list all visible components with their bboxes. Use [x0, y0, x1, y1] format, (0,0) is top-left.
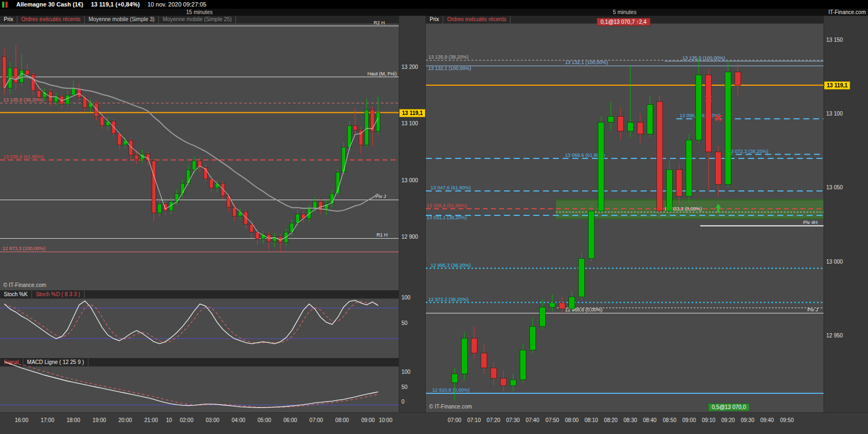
axis-tick: 13 200	[401, 64, 418, 70]
stochastic-panel[interactable]: Stoch %K Stoch %D ( 8 3 3 )	[0, 290, 399, 357]
time-tick: 07:40	[526, 417, 539, 423]
time-tick: 10:00	[379, 417, 392, 423]
axis-tick: 13 100	[826, 111, 843, 117]
time-tick: 04:00	[232, 417, 245, 423]
time-tick: 07:20	[487, 417, 500, 423]
time-tick: 16:00	[15, 417, 28, 423]
time-tick: 07:00	[309, 417, 323, 423]
axis-tick: 13 000	[826, 259, 843, 265]
last-price-tag-5m: 13 119,1	[824, 81, 850, 90]
time-tick: 17:00	[41, 417, 54, 423]
time-axis[interactable]: 16:0017:0018:0019:0020:0021:001002:0003:…	[0, 412, 868, 434]
level-label: R2 H	[374, 20, 385, 25]
level-label: 13 072,3 (38,20%)	[728, 149, 768, 154]
time-tick: 08:00	[335, 417, 349, 423]
level-label: Haut (M, Pré)	[367, 71, 397, 76]
time-tick: 20:00	[118, 417, 132, 423]
candles	[452, 57, 741, 400]
price-chart-15m[interactable]: Prix Ordres exécutés récents Moyenne mob…	[0, 16, 399, 283]
time-tick: 08:30	[623, 417, 637, 423]
level-label: 13 047,6 (61,80%)	[431, 185, 471, 190]
level-label: Piv J	[807, 307, 818, 312]
level-label: 12 995,3 (38,20%)	[431, 263, 471, 268]
level-label: 13 135,9 (38,20%)	[428, 54, 468, 60]
open-position-badge[interactable]: 0,1@13 070,7 ↑2,4	[597, 18, 650, 26]
time-tick: 08:20	[604, 417, 617, 423]
level-label: 12 972,2 (38,20%)	[428, 297, 468, 302]
candlestick-app-icon	[2, 2, 9, 8]
level-label: R1 H	[376, 232, 388, 238]
stochastic-canvas[interactable]	[0, 291, 399, 357]
level-label: Piv 4H	[803, 220, 818, 225]
time-tick: 07:00	[448, 417, 461, 423]
time-tick: 08:40	[643, 417, 656, 423]
level-label: 13 035,6 (61,80%)	[3, 154, 43, 159]
axis-tick: 100	[401, 369, 411, 375]
time-tick: 09:20	[722, 417, 735, 423]
time-tick: 07:10	[467, 417, 481, 423]
level-label: 12 910,8 (0,00%)	[432, 387, 470, 393]
price-chart-5m[interactable]: Prix Ordres exécutés récents 13 135,9 (3…	[426, 16, 824, 412]
pending-order-badge[interactable]: 0,5@13 070,0	[708, 403, 750, 411]
time-tick: 09:10	[702, 417, 716, 423]
candlestick-canvas-5m[interactable]: 13 135,9 (38,20%)13 132,1 (100,00%)13 13…	[426, 16, 824, 412]
timeframe-strip: 15 minutes 5 minutes IT-Finance.com	[0, 9, 868, 16]
instrument-name: Allemagne 30 Cash (1€)	[16, 1, 84, 8]
time-tick: 09:00	[361, 417, 375, 423]
brand-label: IT-Finance.com	[828, 9, 866, 15]
time-tick: 09:30	[741, 417, 754, 423]
axis-tick: 100	[401, 295, 411, 301]
time-tick: 19:00	[92, 417, 106, 423]
axis-tick: 13 050	[826, 184, 843, 190]
level-label: 13 031,1 (38,20%)	[426, 215, 467, 220]
time-tick: 21:00	[144, 417, 158, 423]
right-price-axis[interactable]: 13 15013 10013 05013 00012 950	[824, 9, 868, 412]
time-tick: 09:50	[780, 417, 794, 423]
time-tick: 07:50	[546, 417, 559, 423]
price-levels: R2 HHaut (M, Pré)13 135,9 (38,20%)13 035…	[0, 20, 399, 252]
time-tick: 06:00	[284, 417, 297, 423]
level-label: 13 132,1 (100,00%)	[428, 66, 471, 71]
macd-signal-line	[4, 362, 378, 407]
axis-tick: 13 100	[401, 120, 418, 126]
macd-line	[4, 362, 378, 408]
level-label: 13 135,3 (100,00%)	[682, 55, 725, 61]
time-tick: 09:40	[760, 417, 774, 423]
axis-tick: 13 150	[826, 37, 843, 43]
axis-tick: 12 900	[401, 234, 418, 240]
instrument-last-price: 13 119,1 (+0,84%)	[91, 1, 140, 8]
axis-tick: 12 950	[826, 333, 843, 339]
macd-canvas[interactable]	[0, 359, 399, 412]
right-copyright: © IT-Finance.com	[429, 404, 472, 410]
time-tick: 08:00	[565, 417, 578, 423]
axis-tick: 0	[401, 399, 405, 405]
right-timeframe-label: 5 minutes	[426, 9, 824, 15]
axis-tick: 50	[401, 320, 407, 326]
macd-panel[interactable]: Signal MACD Ligne ( 12 25 9 )	[0, 358, 399, 412]
time-tick: 03:00	[206, 417, 219, 423]
time-tick: 09:00	[682, 417, 696, 423]
time-tick: 10	[166, 417, 172, 423]
price-levels: 13 135,9 (38,20%)13 132,1 (100,00%)13 13…	[426, 54, 824, 393]
time-tick: 07:30	[506, 417, 520, 423]
candles	[3, 45, 380, 252]
titlebar: Allemagne 30 Cash (1€) 13 119,1 (+0,84%)…	[0, 0, 868, 9]
level-label: 13 135,9 (38,20%)	[3, 97, 43, 103]
level-label: 12 873,3 (100,00%)	[2, 246, 45, 251]
clock-datetime: 10 nov. 2020 09:27:05	[148, 1, 207, 8]
time-tick: 18:00	[67, 417, 80, 423]
time-tick: 05:00	[258, 417, 271, 423]
last-price-tag-15m: 13 119,1	[399, 109, 425, 117]
time-tick: 08:50	[663, 417, 676, 423]
level-label: 13 132,1 (100,00%)	[565, 60, 608, 65]
left-copyright: © IT-Finance.com	[3, 282, 46, 288]
candlestick-canvas-15m[interactable]: R2 HHaut (M, Pré)13 135,9 (38,20%)13 035…	[0, 16, 399, 283]
time-tick: 08:10	[584, 417, 598, 423]
axis-tick: 13 000	[401, 177, 418, 183]
left-price-axis[interactable]: 13 20013 10013 00012 90010050100500	[399, 9, 426, 412]
level-label: 13 035,6 (61,80%)	[426, 203, 467, 208]
left-timeframe-label: 15 minutes	[0, 9, 399, 15]
axis-tick: 50	[401, 384, 407, 390]
time-tick: 02:00	[180, 417, 193, 423]
